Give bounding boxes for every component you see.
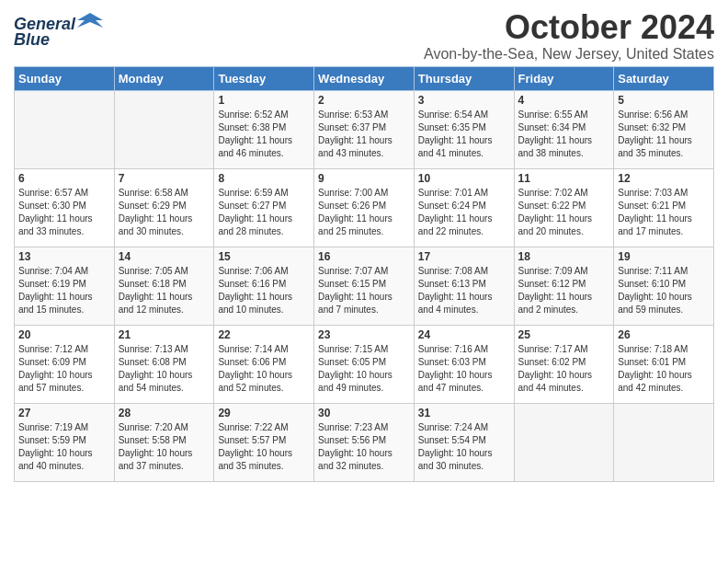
day-of-week-header: Friday [514, 66, 614, 90]
day-number: 24 [418, 328, 510, 341]
day-info: Sunrise: 7:07 AMSunset: 6:15 PMDaylight:… [318, 265, 410, 316]
calendar-cell: 13Sunrise: 7:04 AMSunset: 6:19 PMDayligh… [15, 247, 115, 325]
day-info: Sunrise: 7:01 AMSunset: 6:24 PMDaylight:… [418, 187, 510, 238]
calendar-cell: 26Sunrise: 7:18 AMSunset: 6:01 PMDayligh… [614, 325, 714, 403]
day-info: Sunrise: 7:19 AMSunset: 5:59 PMDaylight:… [18, 421, 110, 473]
calendar-cell: 2Sunrise: 6:53 AMSunset: 6:37 PMDaylight… [314, 90, 415, 168]
day-number: 6 [18, 172, 110, 185]
logo: General Blue [14, 13, 103, 48]
calendar-week-row: 6Sunrise: 6:57 AMSunset: 6:30 PMDaylight… [15, 168, 714, 247]
day-info: Sunrise: 7:24 AMSunset: 5:54 PMDaylight:… [418, 421, 510, 473]
day-number: 14 [119, 250, 210, 263]
calendar-header-row: SundayMondayTuesdayWednesdayThursdayFrid… [15, 66, 714, 90]
day-info: Sunrise: 7:08 AMSunset: 6:13 PMDaylight:… [418, 265, 510, 316]
calendar-cell: 14Sunrise: 7:05 AMSunset: 6:18 PMDayligh… [114, 247, 214, 325]
day-info: Sunrise: 7:17 AMSunset: 6:02 PMDaylight:… [518, 343, 610, 395]
calendar-week-row: 27Sunrise: 7:19 AMSunset: 5:59 PMDayligh… [15, 403, 714, 481]
day-number: 15 [218, 250, 310, 263]
day-number: 22 [218, 328, 310, 341]
calendar-cell: 22Sunrise: 7:14 AMSunset: 6:06 PMDayligh… [214, 325, 314, 403]
day-number: 11 [518, 172, 610, 185]
day-info: Sunrise: 7:15 AMSunset: 6:05 PMDaylight:… [318, 343, 410, 395]
calendar-cell: 11Sunrise: 7:02 AMSunset: 6:22 PMDayligh… [514, 168, 614, 247]
day-info: Sunrise: 7:23 AMSunset: 5:56 PMDaylight:… [318, 421, 410, 473]
calendar-cell: 15Sunrise: 7:06 AMSunset: 6:16 PMDayligh… [214, 247, 314, 325]
calendar-week-row: 20Sunrise: 7:12 AMSunset: 6:09 PMDayligh… [15, 325, 714, 403]
day-info: Sunrise: 7:05 AMSunset: 6:18 PMDaylight:… [119, 265, 210, 316]
day-number: 21 [119, 328, 210, 341]
calendar-cell: 28Sunrise: 7:20 AMSunset: 5:58 PMDayligh… [114, 403, 214, 481]
calendar-cell: 17Sunrise: 7:08 AMSunset: 6:13 PMDayligh… [414, 247, 514, 325]
day-info: Sunrise: 6:55 AMSunset: 6:34 PMDaylight:… [518, 109, 610, 160]
day-number: 16 [318, 250, 410, 263]
day-of-week-header: Wednesday [314, 66, 415, 90]
day-info: Sunrise: 7:11 AMSunset: 6:10 PMDaylight:… [618, 265, 710, 316]
day-number: 10 [418, 172, 510, 185]
day-number: 23 [318, 328, 410, 341]
day-number: 12 [618, 172, 710, 185]
calendar-week-row: 13Sunrise: 7:04 AMSunset: 6:19 PMDayligh… [15, 247, 714, 325]
calendar-cell [514, 403, 614, 481]
calendar-cell: 18Sunrise: 7:09 AMSunset: 6:12 PMDayligh… [514, 247, 614, 325]
day-number: 2 [318, 94, 410, 107]
day-info: Sunrise: 7:03 AMSunset: 6:21 PMDaylight:… [618, 187, 710, 238]
title-block: October 2024 Avon-by-the-Sea, New Jersey… [424, 9, 714, 63]
day-number: 9 [318, 172, 410, 185]
day-info: Sunrise: 6:58 AMSunset: 6:29 PMDaylight:… [119, 187, 210, 238]
day-info: Sunrise: 7:06 AMSunset: 6:16 PMDaylight:… [218, 265, 310, 316]
day-number: 17 [418, 250, 510, 263]
calendar-cell: 31Sunrise: 7:24 AMSunset: 5:54 PMDayligh… [414, 403, 514, 481]
calendar-cell: 8Sunrise: 6:59 AMSunset: 6:27 PMDaylight… [214, 168, 314, 247]
day-info: Sunrise: 6:53 AMSunset: 6:37 PMDaylight:… [318, 109, 410, 160]
calendar-cell: 6Sunrise: 6:57 AMSunset: 6:30 PMDaylight… [15, 168, 115, 247]
day-number: 26 [618, 328, 710, 341]
calendar-cell: 19Sunrise: 7:11 AMSunset: 6:10 PMDayligh… [614, 247, 714, 325]
calendar-cell: 24Sunrise: 7:16 AMSunset: 6:03 PMDayligh… [414, 325, 514, 403]
calendar-cell [614, 403, 714, 481]
day-number: 20 [18, 328, 110, 341]
calendar-cell: 5Sunrise: 6:56 AMSunset: 6:32 PMDaylight… [614, 90, 714, 168]
calendar-cell: 20Sunrise: 7:12 AMSunset: 6:09 PMDayligh… [15, 325, 115, 403]
day-number: 31 [418, 407, 510, 419]
day-info: Sunrise: 7:18 AMSunset: 6:01 PMDaylight:… [618, 343, 710, 395]
day-number: 29 [218, 407, 310, 419]
day-number: 7 [119, 172, 210, 185]
calendar-cell: 25Sunrise: 7:17 AMSunset: 6:02 PMDayligh… [514, 325, 614, 403]
day-number: 30 [318, 407, 410, 419]
logo-bird-icon [77, 9, 103, 35]
day-info: Sunrise: 7:22 AMSunset: 5:57 PMDaylight:… [218, 421, 310, 473]
calendar-cell: 12Sunrise: 7:03 AMSunset: 6:21 PMDayligh… [614, 168, 714, 247]
calendar-cell: 16Sunrise: 7:07 AMSunset: 6:15 PMDayligh… [314, 247, 415, 325]
day-number: 19 [618, 250, 710, 263]
calendar-cell: 27Sunrise: 7:19 AMSunset: 5:59 PMDayligh… [15, 403, 115, 481]
day-of-week-header: Saturday [614, 66, 714, 90]
location: Avon-by-the-Sea, New Jersey, United Stat… [424, 46, 714, 63]
day-of-week-header: Thursday [414, 66, 514, 90]
day-info: Sunrise: 7:02 AMSunset: 6:22 PMDaylight:… [518, 187, 610, 238]
calendar-cell: 1Sunrise: 6:52 AMSunset: 6:38 PMDaylight… [214, 90, 314, 168]
day-info: Sunrise: 6:52 AMSunset: 6:38 PMDaylight:… [218, 109, 310, 160]
day-of-week-header: Sunday [15, 66, 115, 90]
calendar-week-row: 1Sunrise: 6:52 AMSunset: 6:38 PMDaylight… [15, 90, 714, 168]
day-number: 28 [119, 407, 210, 419]
day-info: Sunrise: 7:16 AMSunset: 6:03 PMDaylight:… [418, 343, 510, 395]
day-info: Sunrise: 7:14 AMSunset: 6:06 PMDaylight:… [218, 343, 310, 395]
day-number: 18 [518, 250, 610, 263]
day-info: Sunrise: 6:59 AMSunset: 6:27 PMDaylight:… [218, 187, 310, 238]
calendar-cell: 30Sunrise: 7:23 AMSunset: 5:56 PMDayligh… [314, 403, 415, 481]
day-number: 8 [218, 172, 310, 185]
calendar-cell: 29Sunrise: 7:22 AMSunset: 5:57 PMDayligh… [214, 403, 314, 481]
day-info: Sunrise: 7:13 AMSunset: 6:08 PMDaylight:… [119, 343, 210, 395]
day-number: 27 [18, 407, 110, 419]
day-number: 4 [518, 94, 610, 107]
calendar-cell: 4Sunrise: 6:55 AMSunset: 6:34 PMDaylight… [514, 90, 614, 168]
page: General Blue October 2024 Avon-by-the-Se… [0, 0, 728, 491]
calendar-cell: 10Sunrise: 7:01 AMSunset: 6:24 PMDayligh… [414, 168, 514, 247]
calendar-cell: 21Sunrise: 7:13 AMSunset: 6:08 PMDayligh… [114, 325, 214, 403]
calendar-table: SundayMondayTuesdayWednesdayThursdayFrid… [14, 66, 714, 482]
day-info: Sunrise: 7:20 AMSunset: 5:58 PMDaylight:… [119, 421, 210, 473]
day-number: 1 [218, 94, 310, 107]
day-info: Sunrise: 6:57 AMSunset: 6:30 PMDaylight:… [18, 187, 110, 238]
day-info: Sunrise: 6:54 AMSunset: 6:35 PMDaylight:… [418, 109, 510, 160]
calendar-cell [114, 90, 214, 168]
